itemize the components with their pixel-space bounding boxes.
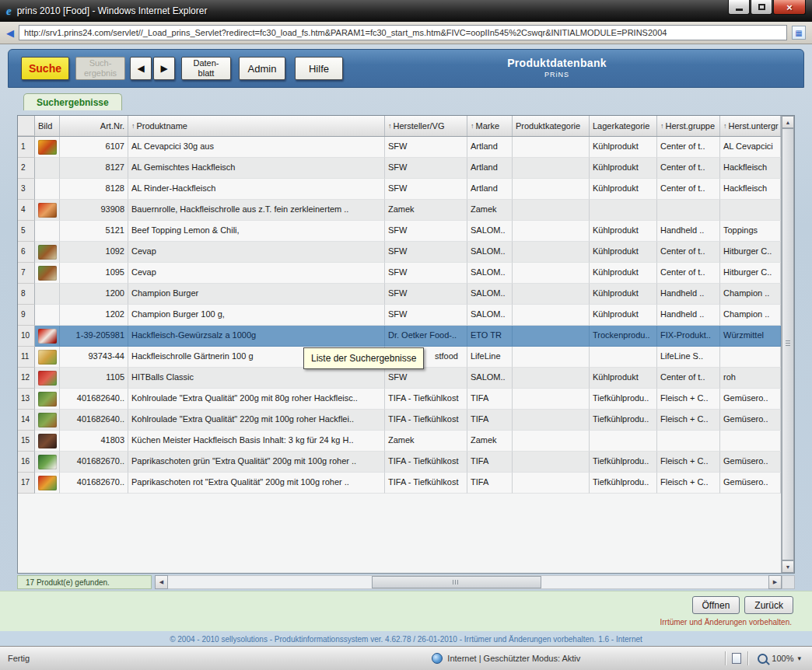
minimize-button[interactable] (728, 0, 750, 15)
suche-button[interactable]: Suche (21, 57, 69, 80)
tab-suchergebnisse[interactable]: Suchergebnisse (23, 93, 122, 110)
vertical-scrollbar[interactable]: ▲ ▼ (781, 116, 794, 573)
cell-lagerkategorie: Tiefkühlprodu.. (590, 473, 657, 494)
table-row[interactable]: 4 93908 Bauernrolle, Hackfleischrolle au… (18, 200, 781, 221)
cell-artnr: 93908 (60, 200, 128, 221)
horizontal-scrollbar[interactable]: ◀ ▶ (155, 575, 782, 589)
admin-button[interactable]: Admin (239, 57, 285, 80)
vertical-scroll-thumb[interactable] (782, 128, 794, 560)
column-header-herst-untergr[interactable]: ↑Herst.untergr (720, 116, 781, 136)
horizontal-scroll-thumb[interactable] (372, 576, 541, 588)
cell-herstuntergr: Hackfleisch (720, 179, 781, 200)
cell-herstuntergr: Gemüsero.. (720, 473, 781, 494)
back-icon[interactable]: ◀ (6, 28, 14, 38)
column-header-produktkategorie[interactable]: Produktkategorie (513, 116, 590, 136)
cell-hersteller: TIFA - Tiefkühlkost (385, 452, 467, 473)
table-row[interactable]: 16 401682670.. Paprikaschoten grün "Extr… (18, 452, 781, 473)
maximize-button[interactable] (751, 0, 772, 15)
next-button[interactable]: ▶ (153, 57, 175, 80)
cell-produktname: Cevap (128, 263, 385, 284)
cell-lagerkategorie: Kühlprodukt (590, 368, 657, 389)
table-row[interactable]: 13 401682640.. Kohlroulade "Extra Qualit… (18, 389, 781, 410)
security-zone: Internet | Geschützter Modus: Aktiv (432, 653, 580, 664)
cell-hersteller: Zamek (385, 431, 467, 452)
column-header-rownum[interactable] (18, 116, 35, 136)
compatibility-page-icon[interactable] (732, 653, 741, 664)
table-row[interactable]: 9 1202 Champion Burger 100 g, SFW SALOM.… (18, 305, 781, 326)
column-header-lagerkategorie[interactable]: Lagerkategorie (590, 116, 657, 136)
row-number: 11 (18, 347, 35, 368)
table-header: BildArt.Nr.↑Produktname↑Hersteller/VG↑Ma… (18, 116, 781, 137)
cell-hersteller: SFW (385, 263, 467, 284)
table-row[interactable]: 1 6107 AL Cevapcici 30g aus SFW Artland … (18, 137, 781, 158)
browser-window: e prins 2010 [Food] - Windows Internet E… (0, 0, 812, 670)
row-number: 4 (18, 200, 35, 221)
cell-produktkategorie (513, 284, 590, 305)
product-image (38, 350, 57, 365)
open-button[interactable]: Öffnen (692, 596, 740, 614)
cell-marke: SALOM.. (467, 368, 513, 389)
product-image (38, 329, 57, 344)
table-row[interactable]: 2 8127 AL Gemischtes Hackfleisch SFW Art… (18, 158, 781, 179)
cell-herstuntergr (720, 431, 781, 452)
horizontal-scroll-track[interactable] (168, 575, 768, 589)
column-header-marke[interactable]: ↑Marke (467, 116, 513, 136)
column-label: Lagerkategorie (593, 121, 649, 131)
table-row[interactable]: 12 1105 HITBalls Classic SFW SALOM.. Küh… (18, 368, 781, 389)
cell-produktname: Kohlroulade "Extra Qualität" 220g mit 10… (128, 410, 385, 431)
product-image (38, 434, 57, 448)
datenblatt-button[interactable]: Daten- blatt (181, 57, 231, 80)
back-button[interactable]: Zurück (744, 596, 793, 614)
table-row[interactable]: 6 1092 Cevap SFW SALOM.. Kühlprodukt Cen… (18, 242, 781, 263)
cell-marke: LifeLine (467, 347, 513, 368)
column-header-hersteller-vg[interactable]: ↑Hersteller/VG (385, 116, 467, 136)
hilfe-button[interactable]: Hilfe (295, 57, 343, 80)
table-row[interactable]: 8 1200 Champion Burger SFW SALOM.. Kühlp… (18, 284, 781, 305)
cell-hersteller: SFW (385, 284, 467, 305)
cell-artnr: 1202 (60, 305, 128, 326)
cell-produktkategorie (513, 368, 590, 389)
row-number: 1 (18, 137, 35, 158)
column-header-bild[interactable]: Bild (35, 116, 60, 136)
scroll-left-button[interactable]: ◀ (155, 575, 168, 589)
cell-marke: SALOM.. (467, 221, 513, 242)
title-bar: e prins 2010 [Food] - Windows Internet E… (0, 0, 812, 22)
cell-produktkategorie (513, 242, 590, 263)
table-row[interactable]: 5 5121 Beef Topping Lemon & Chili, SFW S… (18, 221, 781, 242)
cell-marke: Zamek (467, 200, 513, 221)
window-controls: × (728, 0, 812, 15)
column-label: Produktkategorie (516, 121, 580, 131)
scroll-down-button[interactable]: ▼ (782, 560, 794, 573)
url-input[interactable] (19, 25, 787, 40)
cell-produktkategorie (513, 305, 590, 326)
column-header-produktname[interactable]: ↑Produktname (128, 116, 385, 136)
sort-ascending-icon: ↑ (131, 123, 135, 130)
scroll-up-button[interactable]: ▲ (782, 116, 794, 128)
cell-herstgruppe: Center of t.. (657, 263, 720, 284)
cell-produktkategorie (513, 473, 590, 494)
row-number: 14 (18, 410, 35, 431)
cell-bild (35, 368, 60, 389)
table-row[interactable]: 17 401682670.. Paprikaschoten rot "Extra… (18, 473, 781, 494)
cell-artnr: 1095 (60, 263, 128, 284)
table-row[interactable]: 14 401682640.. Kohlroulade "Extra Qualit… (18, 410, 781, 431)
table-row[interactable]: 15 41803 Küchen Meister Hackfleisch Basi… (18, 431, 781, 452)
bottom-scroll-row: 17 Produkt(e) gefunden. ◀ ▶ (17, 575, 795, 589)
zoom-caret-icon: ▾ (797, 654, 801, 662)
sort-ascending-icon: ↑ (723, 123, 727, 130)
cell-hersteller: Dr. Oetker Food-.. (385, 326, 467, 347)
column-header-art-nr-[interactable]: Art.Nr. (60, 116, 128, 136)
zoom-control[interactable]: 100% ▾ (754, 654, 804, 664)
prev-button[interactable]: ◀ (130, 57, 152, 80)
cell-herstuntergr: Hitburger C.. (720, 263, 781, 284)
cell-produktkategorie (513, 347, 590, 368)
cell-produktname: Cevap (128, 242, 385, 263)
table-row[interactable]: 3 8128 AL Rinder-Hackfleisch SFW Artland… (18, 179, 781, 200)
table-row[interactable]: 10 1-39-205981 Hackfleisch-Gewürzsalz a … (18, 326, 781, 347)
close-button[interactable]: × (773, 0, 806, 15)
page-icon[interactable]: ▦ (792, 26, 806, 40)
column-header-herst-gruppe[interactable]: ↑Herst.gruppe (657, 116, 720, 136)
cell-produktname: Bauernrolle, Hackfleischrolle aus z.T. f… (128, 200, 385, 221)
table-row[interactable]: 7 1095 Cevap SFW SALOM.. Kühlprodukt Cen… (18, 263, 781, 284)
scroll-right-button[interactable]: ▶ (768, 575, 782, 589)
